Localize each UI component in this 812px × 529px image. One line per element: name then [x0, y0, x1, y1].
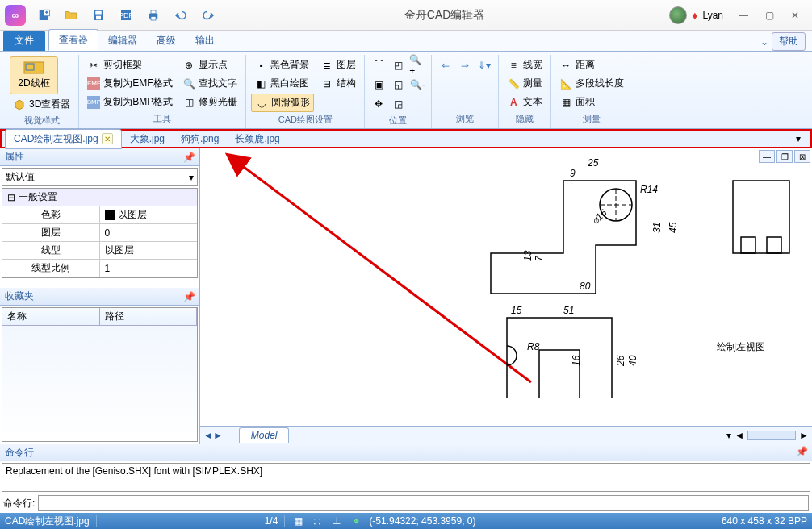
group-tools-label: 工具 [84, 111, 241, 127]
svg-rect-3 [95, 10, 102, 14]
clip-frame-button[interactable]: ✂剪切框架 [84, 56, 176, 73]
zoom-region-icon[interactable]: ◱ [389, 76, 407, 94]
measure-toggle-button[interactable]: 📏测量 [504, 75, 546, 92]
status-bar: CAD绘制左视图.jpg 1/4 ▦ ⸬ ⊥ ⌖ (-51.94322; 453… [0, 513, 812, 529]
close-tab-icon[interactable]: ✕ [102, 133, 113, 144]
polyline-icon: 📐 [559, 77, 572, 90]
black-bg-icon: ▪ [254, 59, 267, 72]
tab-viewer[interactable]: 查看器 [48, 29, 98, 51]
fav-col-name[interactable]: 名称 [2, 308, 100, 325]
command-log[interactable]: Replacement of the [Geniso.SHX] font wit… [2, 463, 810, 492]
doc-tabs-menu-icon[interactable]: ▾ [789, 130, 807, 148]
nav-right-icon[interactable]: ⇒ [456, 56, 474, 74]
tab-menu-icon[interactable]: ▾ [726, 430, 731, 441]
find-text-button[interactable]: 🔍查找文字 [179, 75, 241, 92]
lineweight-button[interactable]: ≡线宽 [504, 56, 546, 73]
svg-text:16: 16 [571, 355, 582, 366]
snap-grid-icon[interactable]: ▦ [291, 514, 304, 527]
nav-left-icon[interactable]: ⇐ [437, 56, 454, 74]
layers-button[interactable]: ≣图层 [317, 56, 359, 73]
trim-raster-button[interactable]: ◫修剪光栅 [179, 94, 241, 110]
show-point-button[interactable]: ⊕显示点 [179, 56, 241, 73]
scroll-left-icon[interactable]: ◄ [735, 430, 744, 441]
2d-wireframe-button[interactable]: 2D线框 [10, 56, 58, 94]
save-icon[interactable] [87, 4, 110, 27]
ribbon-collapse-icon[interactable]: ⌄ [760, 36, 768, 48]
smooth-arc-button[interactable]: ◡圆滑弧形 [251, 94, 314, 112]
fit-icon[interactable]: ▣ [370, 76, 387, 94]
area-icon: ▦ [559, 96, 572, 109]
pin-icon[interactable]: 📌 [183, 152, 195, 163]
zoom-scale-icon[interactable]: ◲ [389, 95, 407, 113]
text-icon: A [507, 96, 520, 109]
area-button[interactable]: ▦面积 [556, 94, 627, 110]
new-file-icon[interactable] [32, 4, 55, 27]
redo-icon[interactable] [197, 4, 220, 27]
scroll-right-icon[interactable]: ► [799, 430, 809, 441]
text-toggle-button[interactable]: A文本 [504, 94, 546, 110]
file-tab[interactable]: 文件 [3, 31, 45, 51]
print-icon[interactable] [142, 4, 165, 27]
properties-header: 属性 📌 [0, 148, 199, 166]
zoom-in-icon[interactable]: 🔍+ [408, 56, 426, 74]
svg-text:7: 7 [534, 255, 545, 261]
prop-row-linetype[interactable]: 线型以图层 [2, 242, 197, 260]
vip-gem-icon: ♦ [692, 9, 697, 22]
document-tabs: CAD绘制左视图.jpg✕ 大象.jpg 狗狗.png 长颈鹿.jpg ▾ [0, 129, 812, 148]
copy-bmp-button[interactable]: BMP复制为BMP格式 [84, 94, 176, 110]
group-general[interactable]: ⊟一般设置 [2, 189, 197, 206]
avatar [669, 6, 687, 24]
distance-button[interactable]: ↔距离 [556, 56, 627, 73]
minimize-button[interactable]: — [731, 6, 755, 24]
svg-text:26: 26 [615, 355, 626, 367]
zoom-out-icon[interactable]: 🔍- [408, 76, 426, 94]
model-tab[interactable]: Model [239, 427, 290, 443]
fav-col-path[interactable]: 路径 [100, 308, 198, 325]
svg-text:51: 51 [563, 305, 574, 316]
3d-viewer-button[interactable]: 3D查看器 [10, 96, 73, 113]
favorites-table: 名称 路径 [2, 307, 198, 442]
prop-row-linescale[interactable]: 线型比例1 [2, 260, 197, 277]
zoom-window-icon[interactable]: ◰ [389, 56, 407, 74]
doc-tab-3[interactable]: 长颈鹿.jpg [227, 130, 287, 148]
drawing-canvas[interactable]: 25 9 R14 ⌀16 31 45 13 7 80 15 51 R8 16 2… [200, 148, 812, 426]
undo-icon[interactable] [170, 4, 192, 27]
prop-row-layer[interactable]: 图层0 [2, 224, 197, 242]
copy-emf-button[interactable]: EMF复制为EMF格式 [84, 75, 176, 92]
scroll-track[interactable] [747, 431, 796, 440]
svg-rect-8 [151, 10, 156, 14]
command-input[interactable] [38, 495, 809, 511]
tab-output[interactable]: 输出 [186, 31, 224, 51]
svg-text:15: 15 [511, 305, 522, 316]
maximize-button[interactable]: ▢ [757, 6, 781, 24]
tab-nav-right-icon[interactable]: ► [213, 430, 223, 441]
nav-dropdown-icon[interactable]: ⇓▾ [475, 56, 493, 74]
close-button[interactable]: ✕ [783, 6, 807, 24]
pin-icon[interactable]: 📌 [796, 446, 807, 457]
properties-filter-dropdown[interactable]: 默认值▾ [2, 168, 198, 186]
polar-icon[interactable]: ⌖ [349, 514, 362, 527]
doc-tab-0[interactable]: CAD绘制左视图.jpg✕ [5, 129, 122, 149]
save-pdf-icon[interactable]: PDF [115, 4, 137, 27]
structure-button[interactable]: ⊟结构 [317, 75, 359, 92]
user-info[interactable]: ♦ Lyan [669, 6, 723, 24]
snap-endpoint-icon[interactable]: ⸬ [311, 514, 324, 527]
bw-draw-button[interactable]: ◧黑白绘图 [251, 75, 314, 92]
cube-icon [13, 98, 26, 111]
tab-editor[interactable]: 编辑器 [98, 31, 147, 51]
command-input-row: 命令行: [0, 494, 812, 513]
pan-icon[interactable]: ✥ [370, 95, 387, 113]
svg-text:25: 25 [587, 157, 599, 169]
help-button[interactable]: 帮助 [772, 32, 806, 51]
pin-icon[interactable]: 📌 [183, 291, 195, 302]
doc-tab-1[interactable]: 大象.jpg [122, 130, 173, 148]
open-folder-icon[interactable] [60, 4, 82, 27]
tab-advanced[interactable]: 高级 [147, 31, 186, 51]
zoom-extents-icon[interactable]: ⛶ [370, 56, 387, 74]
black-bg-button[interactable]: ▪黑色背景 [251, 56, 314, 73]
doc-tab-2[interactable]: 狗狗.png [173, 130, 227, 148]
tab-nav-left-icon[interactable]: ◄ [203, 430, 213, 441]
polyline-length-button[interactable]: 📐多段线长度 [556, 75, 627, 92]
prop-row-color[interactable]: 色彩以图层 [2, 206, 197, 224]
ortho-icon[interactable]: ⊥ [330, 514, 343, 527]
